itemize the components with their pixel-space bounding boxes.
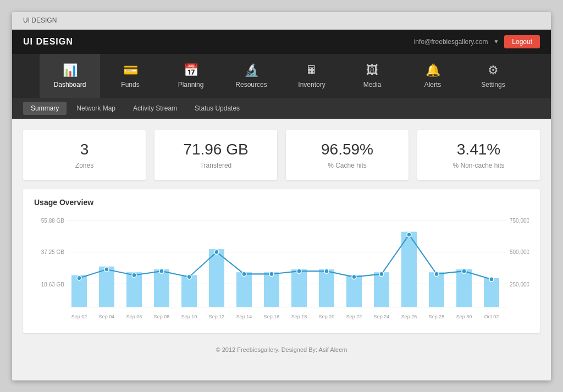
svg-text:Sep 20: Sep 20 <box>319 314 334 319</box>
stats-row: 3Zones71.96 GBTransfered96.59%% Cache hi… <box>12 119 551 189</box>
top-header: UI DESIGN info@freebiesgallery.com ▼ Log… <box>12 30 551 54</box>
svg-text:Sep 24: Sep 24 <box>374 314 389 319</box>
browser-bar: UI DESIGN <box>12 12 551 30</box>
sub-nav-activity-stream[interactable]: Activity Stream <box>125 102 185 115</box>
svg-rect-21 <box>374 272 389 307</box>
nav-label-media: Media <box>363 81 382 89</box>
user-dropdown-arrow[interactable]: ▼ <box>493 38 499 45</box>
footer: © 2012 Freebiesgallery. Designed By: Asi… <box>12 342 551 357</box>
chart-svg: 55.88 GB 37.25 GB 18.63 GB 750,000 500,0… <box>34 214 529 324</box>
dashboard-icon: 📊 <box>63 63 78 78</box>
stat-value: 3 <box>34 141 135 158</box>
svg-rect-24 <box>456 269 472 307</box>
stat-label: % Cache hits <box>297 162 398 169</box>
nav-item-inventory[interactable]: 🖩Inventory <box>282 54 342 98</box>
svg-rect-23 <box>429 272 444 307</box>
svg-text:Sep 28: Sep 28 <box>429 314 444 319</box>
svg-rect-25 <box>484 278 499 307</box>
svg-rect-16 <box>236 272 252 307</box>
nav-item-settings[interactable]: ⚙Settings <box>463 54 523 98</box>
svg-point-39 <box>434 272 439 276</box>
svg-text:750,000: 750,000 <box>510 217 529 223</box>
sub-nav-network-map[interactable]: Network Map <box>69 102 123 115</box>
nav-label-alerts: Alerts <box>424 81 441 89</box>
svg-rect-18 <box>291 269 307 307</box>
footer-text: © 2012 Freebiesgallery. Designed By: Asi… <box>216 346 347 353</box>
svg-point-40 <box>462 268 466 273</box>
nav-item-alerts[interactable]: 🔔Alerts <box>402 54 463 98</box>
chart-area: 55.88 GB 37.25 GB 18.63 GB 750,000 500,0… <box>34 214 529 324</box>
svg-text:Sep 26: Sep 26 <box>401 314 417 319</box>
svg-point-37 <box>379 272 384 276</box>
svg-text:Sep 16: Sep 16 <box>264 314 279 319</box>
svg-point-35 <box>324 268 329 273</box>
stat-card-zones: 3Zones <box>23 130 146 180</box>
logout-button[interactable]: Logout <box>504 35 540 48</box>
nav-item-media[interactable]: 🖼Media <box>342 54 402 98</box>
svg-point-29 <box>159 268 164 273</box>
planning-icon: 📅 <box>184 63 198 78</box>
nav-label-resources: Resources <box>235 81 267 89</box>
svg-point-27 <box>104 267 109 271</box>
nav-label-inventory: Inventory <box>298 81 325 89</box>
svg-text:Sep 18: Sep 18 <box>291 314 307 319</box>
svg-text:Oct 02: Oct 02 <box>484 314 499 319</box>
svg-point-34 <box>297 268 301 273</box>
svg-text:Sep 06: Sep 06 <box>126 314 142 319</box>
stat-value: 96.59% <box>297 141 398 158</box>
svg-rect-14 <box>181 275 197 307</box>
sub-nav: SummaryNetwork MapActivity StreamStatus … <box>12 98 551 119</box>
app-container: UI DESIGN info@freebiesgallery.com ▼ Log… <box>12 30 551 380</box>
media-icon: 🖼 <box>366 63 378 78</box>
nav-label-planning: Planning <box>178 81 204 89</box>
header-right: info@freebiesgallery.com ▼ Logout <box>414 35 540 48</box>
svg-point-26 <box>77 275 81 280</box>
svg-text:Sep 22: Sep 22 <box>346 314 362 319</box>
app-logo: UI DESIGN <box>23 37 73 47</box>
svg-point-31 <box>214 250 219 254</box>
nav-item-funds[interactable]: 💳Funds <box>100 54 161 98</box>
nav-label-settings: Settings <box>481 81 505 89</box>
browser-window: UI DESIGN UI DESIGN info@freebiesgallery… <box>12 12 551 380</box>
nav-item-planning[interactable]: 📅Planning <box>161 54 221 98</box>
svg-text:250,000: 250,000 <box>510 281 529 287</box>
svg-text:Sep 12: Sep 12 <box>209 314 224 319</box>
nav-item-resources[interactable]: 🔬Resources <box>221 54 282 98</box>
stat-value: 3.41% <box>428 141 529 158</box>
stat-value: 71.96 GB <box>165 141 266 158</box>
svg-text:18.63 GB: 18.63 GB <box>41 281 64 287</box>
stat-card--non-cache-hits: 3.41%% Non-cache hits <box>417 130 540 180</box>
settings-icon: ⚙ <box>488 63 499 78</box>
funds-icon: 💳 <box>123 63 138 78</box>
svg-rect-15 <box>209 249 224 307</box>
nav-bar: 📊Dashboard💳Funds📅Planning🔬Resources🖩Inve… <box>12 54 551 98</box>
svg-rect-20 <box>346 275 362 307</box>
nav-label-funds: Funds <box>121 81 139 89</box>
stat-card--cache-hits: 96.59%% Cache hits <box>286 130 409 180</box>
nav-item-dashboard[interactable]: 📊Dashboard <box>40 54 100 98</box>
stat-label: % Non-cache hits <box>428 162 529 169</box>
svg-text:500,000: 500,000 <box>510 249 529 255</box>
browser-title: UI DESIGN <box>23 16 57 24</box>
svg-point-33 <box>269 272 274 276</box>
svg-text:37.25 GB: 37.25 GB <box>41 249 64 255</box>
chart-title: Usage Overview <box>34 198 529 207</box>
svg-point-41 <box>489 277 494 281</box>
svg-rect-11 <box>99 266 114 307</box>
svg-point-36 <box>352 274 356 279</box>
stat-label: Zones <box>34 162 135 169</box>
svg-rect-13 <box>154 269 169 307</box>
svg-text:Sep 04: Sep 04 <box>99 314 114 319</box>
nav-label-dashboard: Dashboard <box>54 81 86 89</box>
sub-nav-status-updates[interactable]: Status Updates <box>187 102 247 115</box>
svg-point-28 <box>132 273 136 277</box>
resources-icon: 🔬 <box>244 63 259 78</box>
alerts-icon: 🔔 <box>426 63 440 78</box>
chart-container: Usage Overview 55.88 GB 37.25 GB 18.63 G… <box>23 189 540 333</box>
svg-point-30 <box>187 274 191 279</box>
sub-nav-summary[interactable]: Summary <box>23 102 67 115</box>
inventory-icon: 🖩 <box>306 63 318 78</box>
svg-rect-17 <box>264 272 279 307</box>
stat-card-transfered: 71.96 GBTransfered <box>154 130 277 180</box>
svg-text:Sep 30: Sep 30 <box>456 314 472 319</box>
